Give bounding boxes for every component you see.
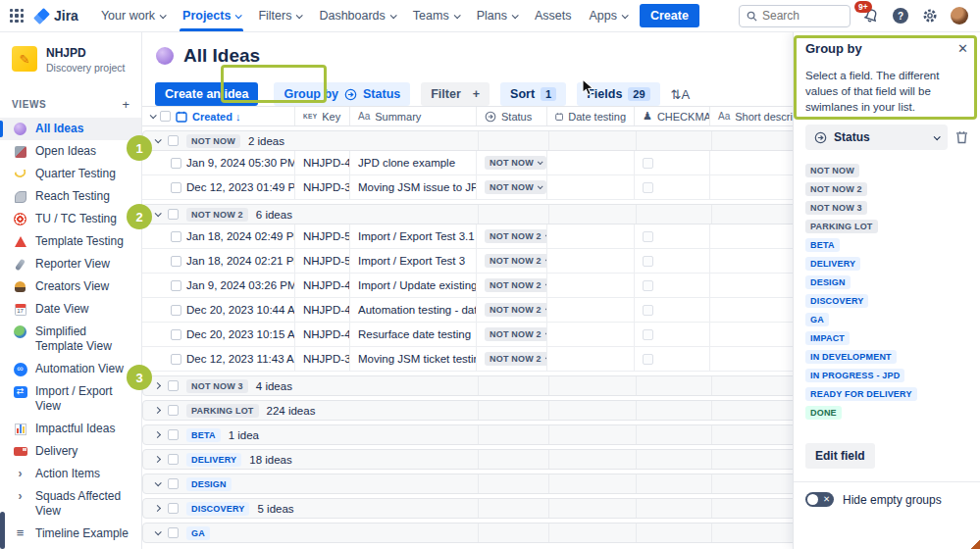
user-avatar[interactable] [951,7,968,25]
checkmate-cell[interactable] [635,175,710,199]
nav-dashboards[interactable]: Dashboards [310,0,403,31]
row-checkbox[interactable] [171,231,181,242]
sort-button[interactable]: Sort1 [500,82,566,106]
collapse-all-chevron-icon[interactable] [150,112,157,119]
group-checkbox[interactable] [168,135,179,146]
create-button[interactable]: Create [640,4,699,27]
sidebar-item-creators-view[interactable]: Creators View [0,275,141,298]
sidebar-item-all-ideas[interactable]: All Ideas [0,118,141,140]
chevron-down-icon[interactable] [155,136,162,143]
date-testing-cell[interactable] [547,274,635,297]
summary-value[interactable]: JPD clone example [350,151,477,175]
status-dropdown[interactable]: NOT NOW 2 [485,278,547,292]
column-summary[interactable]: AaSummary [350,107,477,125]
checkmate-checkbox[interactable] [643,280,653,291]
group-checkbox[interactable] [168,503,179,514]
nav-apps[interactable]: Apps [580,0,636,31]
sidebar-scrollbar[interactable] [0,512,5,549]
checkmate-checkbox[interactable] [643,158,653,169]
column-date-testing[interactable]: Date testing [547,107,635,125]
sidebar-item-reach-testing[interactable]: Reach Testing [0,185,141,208]
close-icon[interactable]: ✕ [957,42,968,55]
date-testing-cell[interactable] [547,323,635,346]
checkmate-checkbox[interactable] [643,354,653,365]
summary-value[interactable]: Import / Export Test 3 [350,249,477,273]
chevron-right-icon[interactable] [154,407,161,414]
app-switcher-icon[interactable] [10,9,24,23]
group-checkbox[interactable] [168,209,179,220]
chevron-down-icon[interactable] [155,528,162,535]
row-checkbox[interactable] [171,280,181,291]
date-testing-cell[interactable] [547,249,635,273]
add-view-button[interactable]: + [122,97,129,112]
help-button[interactable]: ? [892,7,909,25]
select-all-checkbox[interactable] [160,111,171,122]
group-checkbox[interactable] [168,527,179,538]
status-dropdown[interactable]: NOT NOW 2 [485,303,547,317]
summary-value[interactable]: Import / Export Test 3.1 [350,225,477,248]
nav-your-work[interactable]: Your work [92,0,174,31]
status-dropdown[interactable]: NOT NOW 2 [485,352,547,366]
row-checkbox[interactable] [171,158,181,169]
nav-filters[interactable]: Filters [249,0,310,31]
date-testing-cell[interactable] [547,298,635,322]
checkmate-checkbox[interactable] [643,305,653,316]
sidebar-item-simplified-template-view[interactable]: Simplified Template View [0,321,141,358]
summary-value[interactable]: Moving JSM ticket testing [350,347,477,371]
nav-plans[interactable]: Plans [468,0,526,31]
status-dropdown[interactable]: NOT NOW 2 [485,229,547,243]
status-dropdown[interactable]: NOT NOW [485,156,546,170]
chevron-right-icon[interactable] [154,505,161,512]
row-checkbox[interactable] [171,256,181,267]
sidebar-item-action-items[interactable]: ›Action Items [0,463,141,485]
group-by-button[interactable]: Group by Status [274,82,410,106]
row-checkbox[interactable] [171,305,181,316]
summary-value[interactable]: Automation testing - date f... [350,298,477,322]
sidebar-item-delivery[interactable]: Delivery [0,440,141,463]
sidebar-item-reporter-view[interactable]: Reporter View [0,253,141,275]
checkmate-checkbox[interactable] [643,182,653,193]
checkmate-cell[interactable] [635,323,710,346]
sidebar-item-timeline-example[interactable]: ≡Timeline Example [0,523,141,545]
edit-field-button[interactable]: Edit field [805,443,875,469]
settings-button[interactable] [921,7,939,25]
checkmate-checkbox[interactable] [643,256,653,267]
row-checkbox[interactable] [171,182,181,193]
chevron-right-icon[interactable] [154,382,161,389]
checkmate-cell[interactable] [635,298,710,322]
checkmate-checkbox[interactable] [643,231,653,242]
date-testing-cell[interactable] [547,225,635,248]
date-testing-cell[interactable] [547,347,635,371]
row-checkbox[interactable] [171,354,181,365]
sidebar-item-impactful-ideas[interactable]: Impactful Ideas [0,418,141,440]
group-by-field-select[interactable]: Status [805,125,948,150]
chevron-right-icon[interactable] [154,431,161,438]
status-dropdown[interactable]: NOT NOW [485,180,546,194]
group-checkbox[interactable] [168,454,179,465]
nav-projects[interactable]: Projects [174,0,249,31]
group-checkbox[interactable] [168,429,179,440]
notifications-button[interactable]: 9+ [862,7,880,25]
row-checkbox[interactable] [171,329,181,340]
checkmate-cell[interactable] [635,249,710,273]
group-checkbox[interactable] [168,380,179,391]
checkmate-cell[interactable] [635,151,710,175]
auto-formatting-icon[interactable]: ⇅A [671,87,691,102]
date-testing-cell[interactable] [547,175,635,199]
sidebar-item-date-view[interactable]: 17Date View [0,298,141,321]
status-dropdown[interactable]: NOT NOW 2 [485,254,547,268]
summary-value[interactable]: Moving JSM issue to JPD e... [350,175,477,199]
checkmate-cell[interactable] [635,274,710,297]
search-input[interactable] [762,9,835,23]
checkmate-cell[interactable] [635,347,710,371]
column-created[interactable]: Created ↓ [142,107,295,125]
sidebar-item-automation-view[interactable]: ∞Automation View [0,358,141,380]
sidebar-item-tu-tc-testing[interactable]: TU / TC Testing [0,208,141,230]
checkmate-checkbox[interactable] [643,329,653,340]
sidebar-item-import-export-view[interactable]: ⇄Import / Export View [0,380,141,418]
date-testing-cell[interactable] [547,151,635,175]
summary-value[interactable]: Resurface date testing [350,323,477,346]
status-dropdown[interactable]: NOT NOW 2 [485,327,547,341]
chevron-right-icon[interactable] [154,456,161,463]
search-box[interactable] [739,5,851,27]
